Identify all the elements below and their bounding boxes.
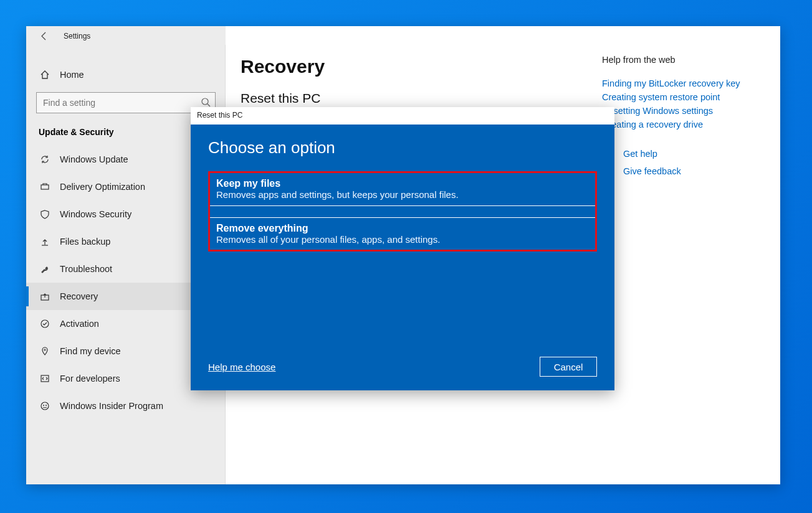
wrench-icon [39, 264, 51, 274]
svg-line-5 [208, 104, 210, 106]
help-link-reset-settings[interactable]: Resetting Windows settings [602, 106, 764, 116]
back-button[interactable] [37, 26, 51, 46]
settings-window: Settings Home Update & Security Windows [26, 26, 780, 484]
nav-label: Windows Security [60, 209, 131, 219]
nav-label: Find my device [60, 346, 121, 356]
nav-home[interactable]: Home [26, 61, 226, 88]
code-icon [39, 374, 51, 384]
search-wrap [36, 92, 216, 113]
svg-rect-6 [41, 185, 49, 189]
search-icon [201, 97, 211, 107]
search-input[interactable] [36, 92, 216, 113]
give-feedback-label: Give feedback [623, 166, 681, 176]
help-heading: Help from the web [602, 55, 764, 65]
options-highlight-box: Keep my files Removes apps and settings,… [208, 171, 597, 252]
option-title: Keep my files [216, 178, 589, 189]
option-desc: Removes apps and settings, but keeps you… [216, 189, 589, 200]
home-icon [39, 70, 51, 80]
svg-point-14 [45, 405, 47, 406]
app-title: Settings [64, 32, 90, 40]
svg-point-12 [41, 402, 49, 410]
svg-point-10 [44, 349, 45, 351]
get-help-row[interactable]: Get help [602, 148, 764, 159]
option-desc: Removes all of your personal files, apps… [216, 234, 589, 245]
option-remove-everything[interactable]: Remove everything Removes all of your pe… [210, 218, 595, 250]
nav-windows-insider[interactable]: Windows Insider Program [26, 392, 226, 420]
cancel-button[interactable]: Cancel [540, 357, 597, 377]
nav-label: Delivery Optimization [60, 182, 145, 192]
nav-label: Recovery [60, 291, 98, 301]
check-circle-icon [39, 319, 51, 329]
location-icon [39, 346, 51, 356]
backup-icon [39, 237, 51, 247]
nav-label: Activation [60, 319, 99, 329]
nav-label: Windows Update [60, 154, 128, 164]
shield-icon [39, 209, 51, 219]
option-keep-my-files[interactable]: Keep my files Removes apps and settings,… [210, 173, 595, 205]
get-help-label: Get help [623, 149, 657, 159]
divider [210, 205, 595, 206]
recovery-icon [39, 291, 51, 301]
row-gap [210, 207, 595, 218]
nav-label: Troubleshoot [60, 264, 112, 274]
delivery-icon [39, 182, 51, 192]
help-link-bitlocker[interactable]: Finding my BitLocker recovery key [602, 78, 764, 88]
svg-point-9 [41, 320, 49, 327]
help-link-restore-point[interactable]: Creating system restore point [602, 92, 764, 102]
option-title: Remove everything [216, 223, 589, 234]
insider-icon [39, 401, 51, 411]
dialog-heading: Choose an option [208, 138, 597, 158]
dialog-title: Reset this PC [191, 107, 614, 125]
give-feedback-row[interactable]: Give feedback [602, 166, 764, 177]
nav-label: Files backup [60, 237, 110, 247]
nav-label: Windows Insider Program [60, 401, 163, 411]
sync-icon [39, 154, 51, 164]
svg-point-4 [202, 98, 208, 105]
reset-pc-dialog: Reset this PC Choose an option Keep my f… [191, 107, 614, 390]
help-link-recovery-drive[interactable]: Creating a recovery drive [602, 120, 764, 129]
nav-label: For developers [60, 374, 120, 384]
svg-point-13 [43, 405, 44, 406]
help-panel: Help from the web Finding my BitLocker r… [602, 55, 764, 183]
home-label: Home [60, 70, 84, 80]
help-me-choose-link[interactable]: Help me choose [208, 362, 275, 372]
titlebar: Settings [26, 26, 226, 46]
